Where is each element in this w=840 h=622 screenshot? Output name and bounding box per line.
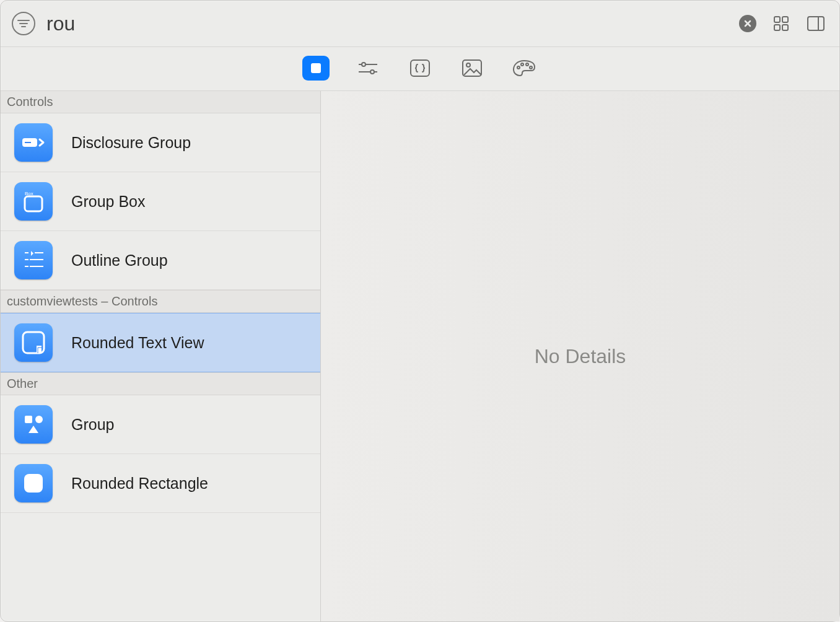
close-icon [743, 19, 752, 28]
svg-rect-8 [782, 25, 788, 30]
section-header-other: Other [1, 372, 320, 395]
svg-rect-31 [25, 266, 28, 267]
search-row [1, 1, 839, 47]
svg-point-15 [370, 70, 374, 74]
palette-icon [512, 59, 536, 77]
list-item-group-box[interactable]: Box Group Box [1, 172, 320, 231]
tab-media[interactable] [458, 56, 486, 81]
category-tabs [1, 47, 839, 91]
toggle-detail-panel-button[interactable] [806, 14, 826, 33]
svg-rect-24 [25, 142, 31, 143]
sidebar-icon [807, 15, 825, 32]
svg-rect-11 [311, 63, 321, 73]
tab-snippets[interactable] [406, 56, 434, 81]
rounded-rectangle-icon [14, 464, 53, 502]
list-item-label: Group [71, 416, 114, 434]
grid-icon [772, 15, 790, 32]
svg-rect-29 [25, 259, 28, 260]
body: Controls Disclosure Group Box Group Box … [1, 91, 839, 621]
group-icon [14, 405, 53, 444]
view-mode-grid-button[interactable] [771, 14, 791, 33]
rounded-text-view-icon [14, 323, 53, 362]
svg-point-18 [466, 63, 470, 67]
list-item-outline-group[interactable]: Outline Group [1, 231, 320, 290]
svg-rect-6 [782, 17, 788, 22]
svg-rect-5 [774, 17, 780, 22]
list-item-label: Outline Group [71, 252, 168, 269]
svg-rect-16 [411, 60, 429, 76]
list-item-label: Disclosure Group [71, 134, 191, 152]
list-item-rounded-text-view[interactable]: Rounded Text View [1, 313, 320, 372]
top-right-controls [739, 14, 826, 33]
tab-objects[interactable] [302, 56, 330, 81]
tab-modifiers[interactable] [354, 56, 382, 81]
svg-rect-9 [808, 17, 824, 30]
svg-point-22 [530, 66, 532, 69]
detail-panel: No Details [321, 91, 839, 621]
filter-icon [17, 19, 30, 28]
braces-icon [409, 59, 431, 77]
results-list[interactable]: Controls Disclosure Group Box Group Box … [1, 91, 321, 621]
svg-rect-7 [774, 25, 780, 30]
svg-rect-36 [24, 474, 43, 493]
svg-rect-27 [25, 252, 28, 253]
svg-rect-30 [30, 259, 43, 260]
list-item-label: Rounded Text View [71, 334, 204, 352]
outline-group-icon [14, 241, 53, 279]
section-header-custom: customviewtests – Controls [1, 290, 320, 313]
list-item-label: Rounded Rectangle [71, 475, 208, 493]
svg-point-13 [362, 63, 365, 66]
list-item-rounded-rectangle[interactable]: Rounded Rectangle [1, 454, 320, 513]
section-header-controls: Controls [1, 91, 320, 113]
filter-button[interactable] [12, 12, 35, 35]
detail-empty-text: No Details [535, 345, 626, 368]
svg-point-21 [526, 63, 528, 66]
svg-point-19 [517, 66, 520, 69]
svg-rect-34 [25, 416, 32, 423]
image-icon [462, 59, 483, 77]
clear-search-button[interactable] [739, 15, 756, 32]
list-item-group[interactable]: Group [1, 395, 320, 454]
tab-colors[interactable] [510, 56, 538, 81]
svg-point-35 [35, 416, 43, 423]
svg-rect-32 [30, 266, 43, 267]
disclosure-group-icon [14, 123, 53, 162]
library-window: Controls Disclosure Group Box Group Box … [0, 0, 840, 622]
sliders-icon [357, 61, 378, 76]
list-item-disclosure-group[interactable]: Disclosure Group [1, 113, 320, 172]
list-item-label: Group Box [71, 193, 146, 211]
svg-rect-26 [25, 196, 42, 211]
svg-rect-28 [35, 252, 43, 253]
square-icon [310, 62, 322, 74]
svg-point-20 [521, 63, 523, 66]
group-box-icon: Box [14, 182, 53, 221]
search-input[interactable] [46, 12, 728, 35]
